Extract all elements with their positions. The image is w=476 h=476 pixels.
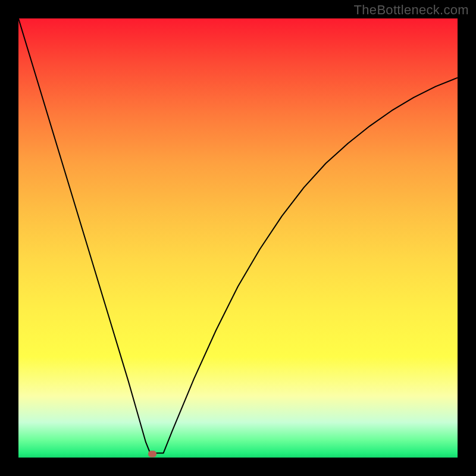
bottleneck-curve-svg <box>18 18 458 458</box>
chart-plot-area <box>18 18 458 458</box>
bottleneck-curve-path <box>18 18 458 453</box>
page-root: TheBottleneck.com <box>0 0 476 476</box>
watermark-text: TheBottleneck.com <box>354 2 469 18</box>
minimum-point-marker <box>148 451 156 458</box>
